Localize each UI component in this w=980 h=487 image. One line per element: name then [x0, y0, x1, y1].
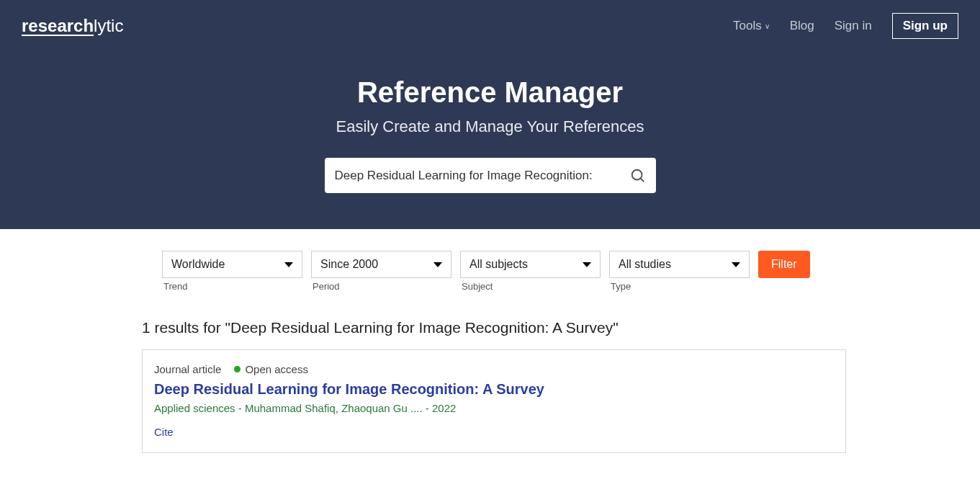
dropdown-icon [732, 262, 740, 267]
dropdown-icon [433, 262, 442, 267]
filter-period-label: Period [311, 281, 451, 292]
open-access-label: Open access [245, 363, 308, 375]
filter-period-value: Since 2000 [320, 258, 378, 271]
nav-tools-label: Tools [733, 19, 762, 33]
result-type: Journal article [154, 363, 221, 375]
nav-tools[interactable]: Tools ∨ [733, 19, 770, 33]
open-access-badge: Open access [234, 363, 308, 375]
result-authors: Applied sciences - Muhammad Shafiq, Zhao… [154, 402, 834, 414]
chevron-down-icon: ∨ [765, 22, 770, 30]
page-subtitle: Easily Create and Manage Your References [22, 117, 958, 136]
filter-type-label: Type [609, 281, 750, 292]
filter-trend[interactable]: Worldwide [162, 251, 302, 278]
filter-subject-value: All subjects [469, 258, 528, 271]
results-heading: 1 results for "Deep Residual Learning fo… [142, 319, 842, 336]
nav-signin[interactable]: Sign in [835, 19, 872, 33]
filter-subject[interactable]: All subjects [460, 251, 601, 278]
filter-type-value: All studies [619, 258, 671, 271]
result-title-link[interactable]: Deep Residual Learning for Image Recogni… [154, 381, 834, 398]
signup-button[interactable]: Sign up [892, 13, 958, 39]
svg-point-0 [631, 169, 642, 179]
search-icon[interactable] [630, 168, 646, 184]
site-logo[interactable]: researchlytic [22, 16, 123, 36]
green-dot-icon [234, 366, 240, 372]
filter-subject-label: Subject [460, 281, 601, 292]
filter-trend-label: Trend [162, 281, 302, 292]
filter-trend-value: Worldwide [171, 258, 225, 271]
result-card: Journal article Open access Deep Residua… [142, 349, 846, 453]
nav-blog[interactable]: Blog [790, 19, 814, 33]
dropdown-icon [583, 262, 591, 267]
search-input[interactable] [335, 169, 630, 183]
filter-type[interactable]: All studies [609, 251, 750, 278]
dropdown-icon [284, 262, 293, 267]
filter-period[interactable]: Since 2000 [311, 251, 451, 278]
cite-link[interactable]: Cite [154, 426, 834, 438]
svg-line-1 [640, 178, 644, 182]
logo-prefix: research [22, 16, 94, 35]
filter-button[interactable]: Filter [758, 251, 810, 278]
page-title: Reference Manager [22, 76, 958, 109]
search-box [325, 158, 656, 193]
logo-suffix: lytic [94, 16, 123, 35]
